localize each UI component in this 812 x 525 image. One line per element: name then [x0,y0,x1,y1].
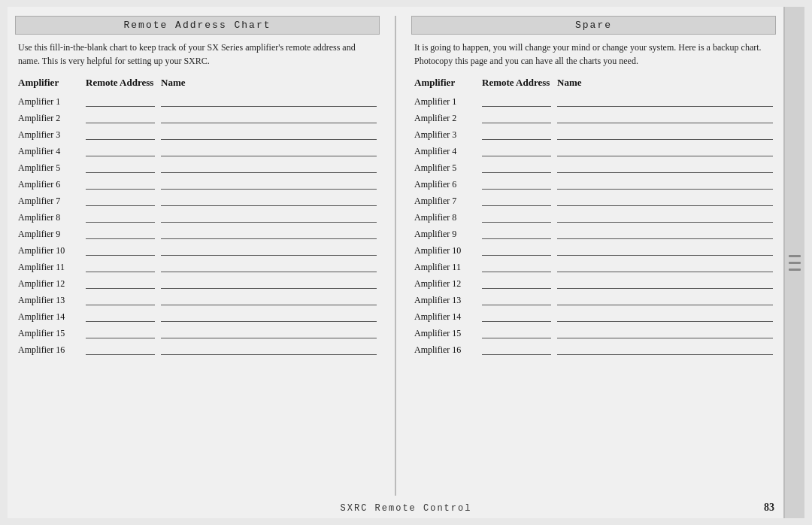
right-name-cell [554,158,776,174]
right-remote-cell [479,323,554,340]
left-intro-text: Use this fill-in-the-blank chart to keep… [15,41,380,68]
page-footer: SXRC Remote Control [8,503,804,514]
left-remote-cell [83,224,158,241]
right-amp-label: Amplifier 10 [411,241,479,257]
left-column: Remote Address Chart Use this fill-in-th… [15,16,380,496]
left-name-cell [158,92,380,108]
right-remote-cell [479,92,554,108]
page-number: 83 [764,502,774,514]
table-row: Amplifier 3 [411,125,776,141]
table-row: Amplifier 4 [15,141,380,158]
table-row: Amplifier 14 [15,307,380,323]
left-amp-label: Amplifier 13 [15,290,83,307]
side-tab-mark-2 [789,262,801,264]
right-amp-label: Amplifier 2 [411,108,479,125]
left-remote-cell [83,340,158,357]
left-amp-label: Amplifier 14 [15,307,83,323]
left-name-cell [158,108,380,125]
side-tab [783,7,804,518]
table-row: Amplifier 7 [411,191,776,208]
left-amp-label: Amplifier 3 [15,125,83,141]
right-remote-cell [479,340,554,357]
right-remote-cell [479,241,554,257]
right-remote-cell [479,191,554,208]
left-amp-label: Amplifier 11 [15,257,83,274]
left-name-cell [158,241,380,257]
right-remote-cell [479,274,554,290]
left-name-cell [158,224,380,241]
right-remote-cell [479,158,554,174]
left-name-cell [158,323,380,340]
table-row: Amplifier 16 [15,340,380,357]
left-name-cell [158,340,380,357]
table-row: Amplifier 15 [15,323,380,340]
right-intro-text: It is going to happen, you will change y… [411,41,776,68]
right-remote-cell [479,125,554,141]
right-name-cell [554,323,776,340]
left-name-cell [158,158,380,174]
footer-title: SXRC Remote Control [341,503,472,514]
table-row: Amplifier 1 [411,92,776,108]
left-name-cell [158,290,380,307]
left-amp-label: Amplifier 15 [15,323,83,340]
left-remote-cell [83,290,158,307]
right-chart-table: Amplifier Remote Address Name Amplifier … [411,75,776,357]
left-amp-label: Amplifier 2 [15,108,83,125]
right-remote-cell [479,307,554,323]
table-row: Amplifier 12 [411,274,776,290]
right-header-name: Name [554,75,776,92]
left-amp-label: Amplifier 4 [15,141,83,158]
right-name-cell [554,224,776,241]
right-amp-label: Amplifier 4 [411,141,479,158]
left-remote-cell [83,191,158,208]
table-row: Amplifier 7 [15,191,380,208]
left-amp-label: Amplifier 5 [15,158,83,174]
right-remote-cell [479,257,554,274]
table-row: Amplifier 16 [411,340,776,357]
page-wrapper: Remote Address Chart Use this fill-in-th… [8,7,804,518]
table-row: Amplifier 6 [15,174,380,191]
left-amp-label: Amplifier 10 [15,241,83,257]
table-row: Amplifier 6 [411,174,776,191]
table-row: Amplifier 10 [15,241,380,257]
left-amp-label: Amplifier 9 [15,224,83,241]
table-row: Amplifier 11 [15,257,380,274]
right-header-amplifier: Amplifier [411,75,479,92]
table-row: Amplifier 11 [411,257,776,274]
right-name-cell [554,307,776,323]
right-name-cell [554,108,776,125]
left-amp-label: Amplifier 12 [15,274,83,290]
left-amp-label: Amplifier 8 [15,208,83,224]
left-amp-label: Amplifier 1 [15,92,83,108]
table-row: Amplifier 10 [411,241,776,257]
right-amp-label: Amplifier 5 [411,158,479,174]
left-amp-label: Amplifier 16 [15,340,83,357]
right-header-remote: Remote Address [479,75,554,92]
right-amp-label: Amplifier 12 [411,274,479,290]
left-remote-cell [83,307,158,323]
right-name-cell [554,340,776,357]
table-row: Amplifier 5 [15,158,380,174]
left-name-cell [158,174,380,191]
side-tab-mark-3 [789,269,801,271]
right-remote-cell [479,174,554,191]
table-row: Amplifier 14 [411,307,776,323]
table-row: Amplifier 13 [15,290,380,307]
right-amp-label: Amplifier 1 [411,92,479,108]
left-chart-table: Amplifier Remote Address Name Amplifier … [15,75,380,357]
left-header-remote: Remote Address [83,75,158,92]
left-remote-cell [83,158,158,174]
table-row: Amplifier 9 [411,224,776,241]
right-amp-label: Amplifier 9 [411,224,479,241]
right-section-title: Spare [411,16,776,35]
right-name-cell [554,141,776,158]
left-name-cell [158,125,380,141]
table-row: Amplifier 8 [15,208,380,224]
left-remote-cell [83,92,158,108]
table-row: Amplifier 1 [15,92,380,108]
main-content: Remote Address Chart Use this fill-in-th… [8,7,783,518]
right-name-cell [554,274,776,290]
table-row: Amplifier 4 [411,141,776,158]
table-row: Amplifier 13 [411,290,776,307]
right-name-cell [554,257,776,274]
